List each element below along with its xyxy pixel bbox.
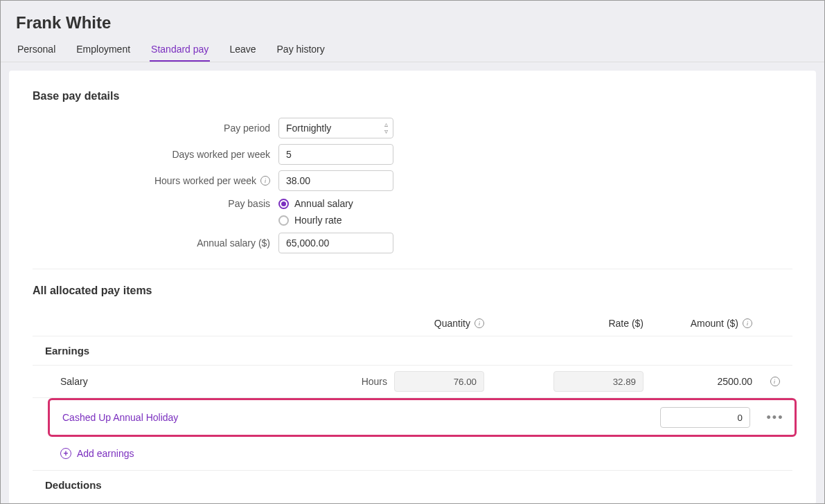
days-per-week-label: Days worked per week xyxy=(33,149,278,160)
divider xyxy=(33,269,792,269)
pay-basis-annual-radio[interactable]: Annual salary xyxy=(278,198,353,209)
group-earnings: Earnings xyxy=(33,336,792,366)
page-title: Frank White xyxy=(1,1,824,38)
tab-leave[interactable]: Leave xyxy=(228,38,257,62)
add-earnings-button[interactable]: + Add earnings xyxy=(33,437,792,471)
annual-salary-input[interactable] xyxy=(278,233,393,253)
annual-salary-label: Annual salary ($) xyxy=(33,237,278,249)
info-icon[interactable]: i xyxy=(260,176,270,186)
pay-items-table: Quantity i Rate ($) Amount ($) i Earning… xyxy=(33,311,792,499)
content-panel: Base pay details Pay period ▵▿ Days work… xyxy=(9,71,816,504)
quantity-unit: Hours xyxy=(362,376,387,387)
pay-basis-hourly-label: Hourly rate xyxy=(294,215,341,226)
section-base-pay-title: Base pay details xyxy=(33,90,792,102)
hours-per-week-input[interactable] xyxy=(278,170,393,191)
table-row-highlighted: Cashed Up Annual Holiday ••• xyxy=(48,398,797,437)
col-quantity: Quantity i xyxy=(330,318,490,329)
pay-basis-annual-label: Annual salary xyxy=(294,198,353,209)
tab-employment[interactable]: Employment xyxy=(75,38,132,62)
amount-input[interactable] xyxy=(660,407,750,428)
group-deductions: Deductions xyxy=(33,471,792,499)
add-earnings-label: Add earnings xyxy=(77,448,134,459)
tab-pay-history[interactable]: Pay history xyxy=(276,38,326,62)
col-rate: Rate ($) xyxy=(490,318,649,329)
quantity-input[interactable] xyxy=(394,371,484,392)
more-actions-button[interactable]: ••• xyxy=(756,411,795,425)
table-row: Salary Hours 2500.00 i xyxy=(33,366,792,398)
pay-item-link[interactable]: Cashed Up Annual Holiday xyxy=(50,412,332,423)
info-icon[interactable]: i xyxy=(474,318,484,328)
plus-circle-icon: + xyxy=(60,448,71,459)
pay-period-select[interactable] xyxy=(278,118,393,138)
info-icon[interactable]: i xyxy=(770,377,780,386)
pay-period-label: Pay period xyxy=(33,123,278,134)
info-icon[interactable]: i xyxy=(743,318,752,328)
rate-input[interactable] xyxy=(553,371,644,392)
tab-standard-pay[interactable]: Standard pay xyxy=(150,38,210,62)
hours-per-week-label: Hours worked per week i xyxy=(33,175,278,186)
days-per-week-input[interactable] xyxy=(278,144,393,165)
pay-basis-label: Pay basis xyxy=(33,197,278,209)
section-allocated-title: All allocated pay items xyxy=(33,285,792,297)
tabs: Personal Employment Standard pay Leave P… xyxy=(1,38,824,62)
amount-value: 2500.00 xyxy=(717,376,752,387)
pay-basis-hourly-radio[interactable]: Hourly rate xyxy=(278,215,353,226)
col-amount: Amount ($) i xyxy=(649,318,758,329)
tab-personal[interactable]: Personal xyxy=(16,38,57,62)
pay-item-name: Salary xyxy=(33,376,330,387)
